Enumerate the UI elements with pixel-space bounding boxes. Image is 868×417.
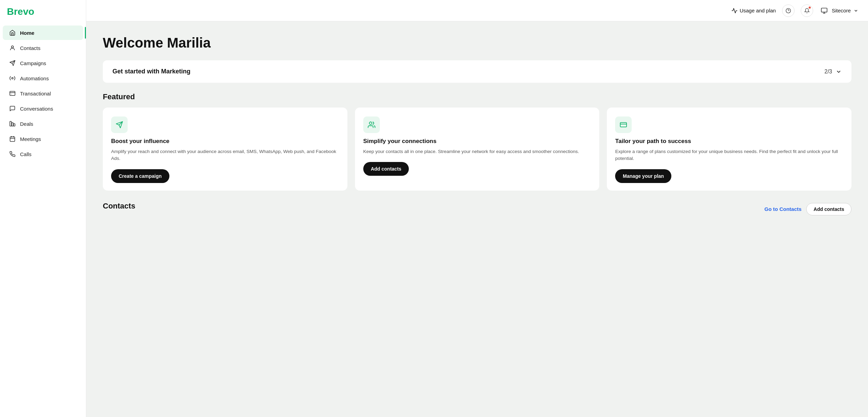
featured-title: Featured bbox=[103, 92, 851, 101]
contacts-actions: Go to Contacts Add contacts bbox=[765, 203, 851, 215]
get-started-section: Get started with Marketing 2/3 bbox=[86, 60, 868, 92]
plan-icon bbox=[620, 121, 627, 129]
contacts-icon bbox=[9, 44, 16, 51]
logo: Brevo bbox=[0, 6, 86, 25]
sidebar: Brevo Home Contacts Campaigns Automation… bbox=[0, 0, 86, 417]
svg-rect-4 bbox=[10, 91, 15, 95]
sidebar-item-campaigns-label: Campaigns bbox=[20, 60, 46, 66]
people-icon bbox=[368, 121, 375, 129]
sidebar-item-contacts-label: Contacts bbox=[20, 45, 40, 51]
manage-plan-button[interactable]: Manage your plan bbox=[615, 169, 671, 183]
notifications-button[interactable] bbox=[801, 4, 813, 17]
add-contacts-section-button[interactable]: Add contacts bbox=[806, 203, 851, 215]
help-button[interactable] bbox=[782, 4, 795, 17]
welcome-title: Welcome Marilia bbox=[103, 35, 851, 51]
contacts-section: Contacts Go to Contacts Add contacts bbox=[86, 202, 868, 228]
sidebar-item-calls[interactable]: Calls bbox=[3, 147, 83, 161]
feature-card-contacts: Simplify your connections Keep your cont… bbox=[355, 108, 600, 191]
sidebar-item-transactional-label: Transactional bbox=[20, 91, 51, 96]
progress-value: 2/3 bbox=[825, 69, 832, 75]
sidebar-item-meetings[interactable]: Meetings bbox=[3, 132, 83, 146]
sidebar-item-automations-label: Automations bbox=[20, 75, 49, 81]
create-campaign-button[interactable]: Create a campaign bbox=[111, 169, 169, 183]
sidebar-item-meetings-label: Meetings bbox=[20, 136, 41, 142]
card-desc-contacts: Keep your contacts all in one place. Str… bbox=[363, 148, 591, 155]
sidebar-item-home[interactable]: Home bbox=[3, 26, 83, 40]
sidebar-item-contacts[interactable]: Contacts bbox=[3, 41, 83, 55]
account-icon bbox=[819, 6, 829, 16]
notification-dot bbox=[808, 6, 811, 9]
sidebar-item-conversations[interactable]: Conversations bbox=[3, 101, 83, 116]
get-started-progress: 2/3 bbox=[825, 69, 842, 75]
page-content: Welcome Marilia Get started with Marketi… bbox=[86, 21, 868, 417]
feature-cards-row: Boost your influence Amplify your reach … bbox=[103, 108, 851, 191]
card-desc-campaigns: Amplify your reach and connect with your… bbox=[111, 148, 339, 162]
welcome-section: Welcome Marilia bbox=[86, 21, 868, 60]
sidebar-item-deals-label: Deals bbox=[20, 121, 33, 127]
header: Usage and plan Sitecore bbox=[86, 0, 868, 21]
logo-text: Brevo bbox=[7, 6, 34, 17]
contacts-section-title: Contacts bbox=[103, 202, 135, 211]
chevron-down-icon bbox=[836, 69, 842, 75]
main-content: Usage and plan Sitecore Welcome Marilia … bbox=[86, 0, 868, 417]
contacts-header-row: Contacts Go to Contacts Add contacts bbox=[103, 202, 851, 217]
svg-rect-20 bbox=[620, 123, 627, 127]
feature-card-campaigns: Boost your influence Amplify your reach … bbox=[103, 108, 347, 191]
sidebar-item-calls-label: Calls bbox=[20, 151, 31, 157]
svg-rect-5 bbox=[10, 121, 12, 126]
feature-card-plan: Tailor your path to success Explore a ra… bbox=[607, 108, 851, 191]
people-icon-wrap bbox=[363, 116, 380, 133]
chevron-down-icon bbox=[854, 8, 858, 13]
send-icon-wrap bbox=[111, 116, 128, 133]
sidebar-item-deals[interactable]: Deals bbox=[3, 116, 83, 131]
get-started-card[interactable]: Get started with Marketing 2/3 bbox=[103, 60, 851, 83]
sidebar-item-conversations-label: Conversations bbox=[20, 106, 53, 112]
send-icon bbox=[116, 121, 123, 129]
usage-label: Usage and plan bbox=[740, 8, 776, 13]
account-name: Sitecore bbox=[832, 8, 851, 13]
card-desc-plan: Explore a range of plans customized for … bbox=[615, 148, 843, 162]
usage-and-plan-button[interactable]: Usage and plan bbox=[731, 8, 776, 14]
plan-icon-wrap bbox=[615, 116, 632, 133]
deals-icon bbox=[9, 120, 16, 127]
get-started-label: Get started with Marketing bbox=[112, 68, 190, 75]
sidebar-item-transactional[interactable]: Transactional bbox=[3, 86, 83, 101]
home-icon bbox=[9, 29, 16, 36]
sidebar-item-automations[interactable]: Automations bbox=[3, 71, 83, 85]
svg-point-19 bbox=[369, 122, 372, 124]
calls-icon bbox=[9, 151, 16, 157]
svg-rect-8 bbox=[10, 137, 15, 142]
card-title-campaigns: Boost your influence bbox=[111, 138, 339, 145]
account-menu[interactable]: Sitecore bbox=[819, 6, 858, 16]
campaigns-icon bbox=[9, 60, 16, 67]
help-icon bbox=[786, 8, 791, 13]
svg-rect-14 bbox=[821, 8, 827, 12]
svg-rect-6 bbox=[12, 123, 13, 126]
sidebar-item-home-label: Home bbox=[20, 30, 34, 36]
svg-rect-7 bbox=[13, 124, 15, 126]
svg-point-3 bbox=[12, 78, 13, 79]
transactional-icon bbox=[9, 90, 16, 97]
sidebar-item-campaigns[interactable]: Campaigns bbox=[3, 56, 83, 70]
meetings-icon bbox=[9, 135, 16, 142]
featured-section: Featured Boost your influence Amplify yo… bbox=[86, 92, 868, 202]
card-title-contacts: Simplify your connections bbox=[363, 138, 591, 145]
add-contacts-button[interactable]: Add contacts bbox=[363, 162, 409, 176]
usage-icon bbox=[731, 8, 738, 14]
card-title-plan: Tailor your path to success bbox=[615, 138, 843, 145]
automations-icon bbox=[9, 75, 16, 82]
svg-point-0 bbox=[11, 46, 13, 48]
conversations-icon bbox=[9, 105, 16, 112]
go-to-contacts-link[interactable]: Go to Contacts bbox=[765, 206, 802, 212]
